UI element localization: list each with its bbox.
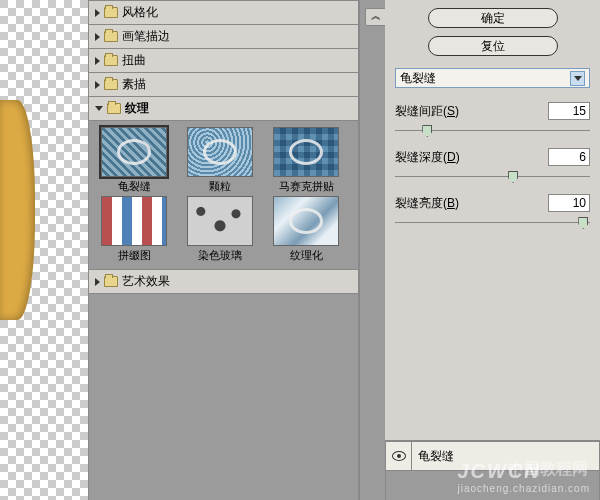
thumb-grain[interactable]: 颗粒: [181, 127, 259, 194]
filter-dropdown[interactable]: 龟裂缝: [395, 68, 590, 88]
eye-icon: [392, 451, 406, 461]
category-brush-strokes[interactable]: 画笔描边: [88, 25, 359, 49]
dropdown-selected: 龟裂缝: [400, 70, 436, 87]
folder-icon: [104, 7, 118, 18]
reset-button[interactable]: 复位: [428, 36, 558, 56]
category-distort[interactable]: 扭曲: [88, 49, 359, 73]
category-label: 画笔描边: [122, 28, 170, 45]
thumb-label: 拼缀图: [95, 248, 173, 263]
category-label: 纹理: [125, 100, 149, 117]
thumb-label: 纹理化: [267, 248, 345, 263]
filter-options-panel: 确定 复位 龟裂缝 裂缝间距(S) 裂缝深度(D) 裂缝亮度(B): [385, 0, 600, 500]
expand-icon: [95, 81, 100, 89]
param-crack-spacing: 裂缝间距(S): [395, 102, 590, 120]
folder-icon: [104, 276, 118, 287]
folder-icon: [104, 79, 118, 90]
effect-layer-row[interactable]: 龟裂缝: [385, 441, 600, 471]
ok-button[interactable]: 确定: [428, 8, 558, 28]
depth-slider[interactable]: [395, 170, 590, 184]
expand-icon: [95, 9, 100, 17]
folder-icon: [107, 103, 121, 114]
param-label: 裂缝深度(D): [395, 149, 548, 166]
list-empty-area: [88, 294, 359, 500]
category-label: 风格化: [122, 4, 158, 21]
thumb-preview: [273, 127, 339, 177]
category-artistic[interactable]: 艺术效果: [88, 270, 359, 294]
expand-icon: [95, 278, 100, 286]
thumb-label: 马赛克拼贴: [267, 179, 345, 194]
param-crack-depth: 裂缝深度(D): [395, 148, 590, 166]
thumb-preview: [273, 196, 339, 246]
thumb-mosaic-tiles[interactable]: 马赛克拼贴: [267, 127, 345, 194]
category-sketch[interactable]: 素描: [88, 73, 359, 97]
thumb-preview: [187, 196, 253, 246]
effect-layers-panel: 龟裂缝: [385, 440, 600, 500]
slider-thumb[interactable]: [578, 217, 588, 229]
category-label: 素描: [122, 76, 146, 93]
folder-icon: [104, 55, 118, 66]
canvas-content-blob: [0, 100, 35, 320]
category-label: 艺术效果: [122, 273, 170, 290]
canvas-checker: [0, 0, 88, 500]
brightness-input[interactable]: [548, 194, 590, 212]
visibility-toggle[interactable]: [386, 442, 412, 470]
spacing-slider[interactable]: [395, 124, 590, 138]
depth-input[interactable]: [548, 148, 590, 166]
chevron-up-icon: ︽: [371, 10, 381, 21]
layer-name: 龟裂缝: [412, 448, 454, 465]
spacing-input[interactable]: [548, 102, 590, 120]
thumb-label: 颗粒: [181, 179, 259, 194]
expand-icon: [95, 33, 100, 41]
texture-thumbnails: 龟裂缝 颗粒 马赛克拼贴 拼缀图 染色玻璃 纹理化: [88, 121, 359, 270]
thumb-stained-glass[interactable]: 染色玻璃: [181, 196, 259, 263]
thumb-patchwork[interactable]: 拼缀图: [95, 196, 173, 263]
category-label: 扭曲: [122, 52, 146, 69]
category-texture[interactable]: 纹理: [88, 97, 359, 121]
slider-thumb[interactable]: [422, 125, 432, 137]
expand-icon: [95, 57, 100, 65]
thumb-label: 染色玻璃: [181, 248, 259, 263]
chevron-down-icon: [570, 71, 585, 86]
thumb-label: 龟裂缝: [95, 179, 173, 194]
slider-track: [395, 222, 590, 223]
thumb-texturizer[interactable]: 纹理化: [267, 196, 345, 263]
folder-icon: [104, 31, 118, 42]
brightness-slider[interactable]: [395, 216, 590, 230]
thumb-preview: [101, 196, 167, 246]
filter-list-panel: 风格化 画笔描边 扭曲 素描 纹理 龟裂缝 颗粒 马赛克拼贴: [88, 0, 360, 500]
param-label: 裂缝亮度(B): [395, 195, 548, 212]
category-stylize[interactable]: 风格化: [88, 0, 359, 25]
collapse-icon: [95, 106, 103, 111]
slider-track: [395, 176, 590, 177]
thumb-preview: [101, 127, 167, 177]
layer-empty-area: [385, 471, 600, 500]
slider-thumb[interactable]: [508, 171, 518, 183]
thumb-preview: [187, 127, 253, 177]
collapse-panel-button[interactable]: ︽: [365, 8, 387, 26]
thumb-craquelure[interactable]: 龟裂缝: [95, 127, 173, 194]
param-label: 裂缝间距(S): [395, 103, 548, 120]
param-crack-brightness: 裂缝亮度(B): [395, 194, 590, 212]
